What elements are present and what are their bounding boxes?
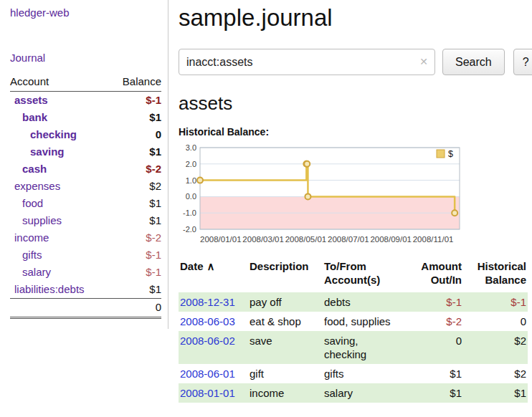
transaction-accounts: debts xyxy=(323,292,416,312)
search-button[interactable]: Search xyxy=(442,49,505,75)
transaction-amount: $-1 xyxy=(416,292,463,312)
register-row: 2008-06-03eat & shopfood, supplies$-20 xyxy=(179,312,528,331)
account-link[interactable]: cash xyxy=(22,163,47,175)
accounts-column-balance: Balance xyxy=(109,72,161,92)
y-axis-tick-label: 3.0 xyxy=(186,143,196,152)
transaction-accounts: salary xyxy=(323,383,416,403)
transaction-date-link[interactable]: 2008-01-01 xyxy=(180,387,235,399)
transaction-date-link[interactable]: 2008-06-03 xyxy=(180,315,235,327)
account-balance: $2 xyxy=(109,178,161,195)
sidebar: hledger-web Journal Account Balance asse… xyxy=(0,0,168,329)
account-row: salary$-1 xyxy=(10,264,161,281)
register-row: 2008-06-02savesaving, checking0$2 xyxy=(179,331,528,364)
data-point-marker xyxy=(197,178,203,183)
x-axis-tick-label: 2008/09/01 xyxy=(370,235,412,244)
transaction-description: pay off xyxy=(248,292,323,312)
y-axis-tick-label: -2.0 xyxy=(183,225,196,234)
account-link[interactable]: income xyxy=(14,231,49,244)
data-point-marker xyxy=(452,210,457,216)
accounts-table: Account Balance assets$-1bank$1checking0… xyxy=(10,72,161,319)
account-link[interactable]: assets xyxy=(14,94,48,106)
transaction-date-link[interactable]: 2008-06-01 xyxy=(180,368,235,380)
accounts-column-account: Account xyxy=(10,72,109,92)
app-title-link[interactable]: hledger-web xyxy=(10,6,70,19)
account-link[interactable]: saving xyxy=(30,145,65,158)
transaction-balance: $2 xyxy=(463,331,528,364)
chart-title-label: Historical Balance: xyxy=(179,126,532,138)
data-point-marker xyxy=(304,161,310,167)
account-balance: $1 xyxy=(109,195,161,212)
account-row: saving$1 xyxy=(10,143,161,160)
main-content: sample.journal ✕ Search ? assets Histori… xyxy=(168,0,532,403)
transaction-description: income xyxy=(248,383,323,403)
accounts-total-row: 0 xyxy=(10,299,161,318)
register-row: 2008-06-01giftgifts$1$2 xyxy=(179,364,528,383)
x-axis-tick-label: 2008/11/01 xyxy=(413,235,454,244)
search-input[interactable] xyxy=(179,49,435,75)
account-balance: $1 xyxy=(109,281,161,299)
transaction-date-link[interactable]: 2008-12-31 xyxy=(180,296,235,308)
x-axis-tick-label: 2008/07/01 xyxy=(328,235,369,244)
account-row: liabilities:debts$1 xyxy=(10,281,161,299)
transaction-accounts: food, supplies xyxy=(323,312,416,331)
account-row: supplies$1 xyxy=(10,212,161,229)
transaction-balance: $2 xyxy=(463,364,528,383)
y-axis-tick-label: 0.0 xyxy=(186,192,196,201)
accounts-total-spacer xyxy=(10,299,109,318)
page-title: sample.journal xyxy=(179,4,532,32)
account-link[interactable]: gifts xyxy=(22,249,42,261)
transaction-amount: $1 xyxy=(416,383,463,403)
sort-ascending-icon: ∧ xyxy=(204,260,215,272)
account-balance: $-1 xyxy=(109,92,161,110)
account-row: income$-2 xyxy=(10,229,161,246)
transaction-description: eat & shop xyxy=(248,312,323,331)
transaction-description: gift xyxy=(248,364,323,383)
account-row: food$1 xyxy=(10,195,161,212)
account-link[interactable]: food xyxy=(22,197,43,209)
account-link[interactable]: salary xyxy=(22,266,51,278)
y-axis-tick-label: 2.0 xyxy=(186,160,196,168)
accounts-table-body: assets$-1bank$1checking0saving$1cash$-2e… xyxy=(10,92,161,299)
account-link[interactable]: expenses xyxy=(14,180,60,192)
search-box: ✕ xyxy=(179,49,435,75)
transaction-amount: 0 xyxy=(416,331,463,364)
register-column-date[interactable]: Date∧ xyxy=(179,258,248,292)
account-link[interactable]: bank xyxy=(22,111,47,123)
help-button[interactable]: ? xyxy=(513,49,532,75)
transaction-accounts: saving, checking xyxy=(323,331,416,364)
account-link[interactable]: supplies xyxy=(22,214,62,226)
y-axis-tick-label: -1.0 xyxy=(183,208,196,217)
account-balance: 0 xyxy=(109,126,161,143)
register-table: Date∧ Description To/From Account(s) Amo… xyxy=(179,258,528,403)
register-table-body: 2008-12-31pay offdebts$-1$-12008-06-03ea… xyxy=(179,292,528,403)
date-header-label: Date xyxy=(180,260,204,272)
account-row: cash$-2 xyxy=(10,160,161,178)
hledger-web-app: hledger-web Journal Account Balance asse… xyxy=(0,0,532,403)
transaction-date-link[interactable]: 2008-06-02 xyxy=(180,335,235,347)
x-axis-tick-label: 2008/05/01 xyxy=(285,235,327,244)
account-row: assets$-1 xyxy=(10,92,161,110)
transaction-balance: $1 xyxy=(463,383,528,403)
account-balance: $1 xyxy=(109,143,161,160)
x-axis-tick-label: 2008/03/01 xyxy=(242,235,284,244)
register-row: 2008-01-01incomesalary$1$1 xyxy=(179,383,528,403)
account-balance: $-1 xyxy=(109,264,161,281)
account-row: checking0 xyxy=(10,126,161,143)
clear-search-icon[interactable]: ✕ xyxy=(419,56,428,67)
account-link[interactable]: liabilities:debts xyxy=(14,283,85,295)
account-balance: $1 xyxy=(109,212,161,229)
account-balance: $-2 xyxy=(109,229,161,246)
transaction-amount: $1 xyxy=(416,364,463,383)
accounts-header-row: Account Balance xyxy=(10,72,161,92)
account-row: expenses$2 xyxy=(10,178,161,195)
account-page-title: assets xyxy=(179,92,532,115)
account-balance: $-2 xyxy=(109,160,161,178)
account-row: gifts$-1 xyxy=(10,246,161,264)
register-column-balance: Historical Balance xyxy=(463,258,528,292)
account-balance: $1 xyxy=(109,109,161,126)
transaction-balance: 0 xyxy=(463,312,528,331)
account-link[interactable]: checking xyxy=(30,128,77,140)
sidebar-item-journal[interactable]: Journal xyxy=(10,52,45,64)
y-axis-tick-label: 1.0 xyxy=(186,176,196,185)
legend-swatch xyxy=(437,150,445,158)
